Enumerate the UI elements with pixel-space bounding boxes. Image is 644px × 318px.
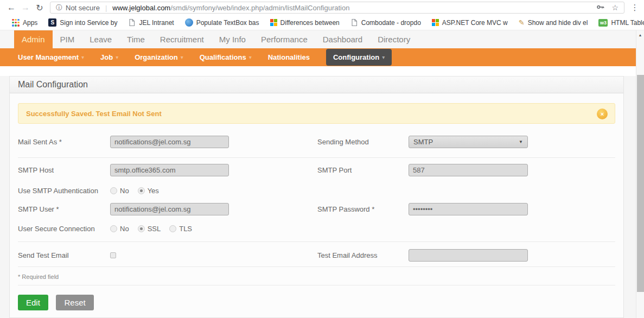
smtp-host-label: SMTP Host	[18, 166, 110, 174]
close-icon[interactable]: ×	[597, 109, 608, 119]
smtp-auth-yes-radio[interactable]	[138, 187, 145, 194]
smtp-auth-no-radio[interactable]	[110, 187, 117, 194]
submenu-job[interactable]: Job ▾	[100, 53, 118, 61]
submenu-configuration[interactable]: Configuration ▾	[326, 49, 392, 66]
submenu-organization[interactable]: Organization ▾	[135, 53, 183, 61]
sending-method-select[interactable]: SMTP ▼	[409, 136, 528, 148]
bookmark-item[interactable]: Populate TextBox bas	[180, 18, 265, 27]
smtp-password-label: SMTP Password *	[317, 205, 409, 213]
bookmark-label: ASP.NET Core MVC w	[442, 19, 508, 27]
sending-method-value: SMTP	[413, 138, 433, 146]
address-bar[interactable]: ⓘ Not secure | www.jelglobal.com/smdi/sy…	[50, 2, 624, 14]
reset-button[interactable]: Reset	[56, 295, 93, 310]
smtp-password-input[interactable]	[409, 203, 528, 215]
bookmark-label: JEL Intranet	[139, 19, 174, 27]
tab-leave[interactable]: Leave	[82, 30, 119, 48]
w3schools-icon: w3	[598, 19, 608, 27]
send-test-email-checkbox[interactable]	[110, 252, 116, 258]
secure-no-radio[interactable]	[110, 225, 117, 232]
browser-toolbar: ← → ↻ ⓘ Not secure | www.jelglobal.com/s…	[0, 0, 644, 15]
bookmark-item[interactable]: JEL Intranet	[123, 18, 179, 27]
submenu-label: Nationalities	[268, 53, 310, 61]
bookmark-label: Sign into Service by	[60, 19, 117, 27]
tab-time[interactable]: Time	[119, 30, 152, 48]
mail-configuration-form: Mail Sent As * Sending Method SMTP ▼	[18, 134, 615, 310]
required-field-note: * Required field	[18, 274, 615, 280]
secure-no-label: No	[120, 225, 129, 233]
apps-grid-icon	[12, 19, 20, 27]
content-area: Mail Configuration Successfully Saved. T…	[0, 76, 636, 318]
reload-icon[interactable]: ↻	[33, 3, 47, 13]
back-icon[interactable]: ←	[4, 3, 18, 12]
pencil-icon: ✎	[519, 18, 525, 27]
page-scrollbar[interactable]: ▲	[636, 30, 644, 318]
divider	[18, 157, 615, 158]
submenu-label: Configuration	[333, 53, 379, 61]
url-host: www.jelglobal.com	[112, 4, 170, 12]
mail-sent-as-input[interactable]	[110, 136, 229, 148]
test-email-address-input[interactable]	[409, 249, 528, 262]
test-email-address-label: Test Email Address	[317, 251, 409, 259]
microsoft-icon	[270, 19, 277, 26]
main-nav: Admin PIM Leave Time Recruitment My Info…	[0, 30, 636, 48]
page-title: Mail Configuration	[10, 77, 623, 93]
sending-method-label: Sending Method	[317, 138, 409, 146]
submenu-label: User Management	[18, 53, 79, 61]
mail-sent-as-label: Mail Sent As *	[18, 138, 110, 146]
browser-menu-icon[interactable]: ⋮	[630, 3, 640, 12]
bookmark-item[interactable]: Combodate - dropdo	[345, 18, 426, 27]
smtp-host-input[interactable]	[110, 164, 229, 176]
mail-configuration-card: Mail Configuration Successfully Saved. T…	[9, 76, 624, 318]
forward-icon[interactable]: →	[18, 3, 33, 12]
apps-label: Apps	[23, 19, 37, 27]
bookmark-item[interactable]: ✎ Show and hide div el	[513, 18, 594, 27]
tab-recruitment[interactable]: Recruitment	[152, 30, 212, 48]
tab-directory[interactable]: Directory	[370, 30, 418, 48]
secure-tls-radio[interactable]	[169, 225, 176, 232]
tab-dashboard[interactable]: Dashboard	[315, 30, 370, 48]
scroll-up-icon[interactable]: ▲	[636, 33, 644, 37]
bookmark-label: Combodate - dropdo	[361, 19, 421, 27]
tab-performance[interactable]: Performance	[253, 30, 315, 48]
secure-ssl-label: SSL	[148, 225, 161, 233]
bookmark-item[interactable]: Differences between	[265, 19, 345, 27]
page-icon	[128, 18, 136, 27]
success-message: Successfully Saved. Test Email Not Sent	[26, 110, 162, 118]
select-arrow-icon: ▼	[519, 139, 523, 144]
bookmark-star-icon[interactable]: ☆	[611, 3, 619, 12]
bookmark-item[interactable]: w3 HTML Tables	[593, 19, 644, 27]
divider	[18, 285, 615, 285]
smtp-auth-no-label: No	[120, 187, 129, 195]
tab-pim[interactable]: PIM	[53, 30, 82, 48]
bookmark-item[interactable]: ASP.NET Core MVC w	[426, 19, 513, 27]
tab-admin[interactable]: Admin	[14, 30, 53, 48]
smtp-port-input[interactable]	[409, 164, 528, 176]
secure-ssl-radio[interactable]	[138, 225, 145, 232]
send-test-email-label: Send Test Email	[18, 251, 110, 259]
microsoft-icon	[432, 19, 439, 26]
edit-button[interactable]: Edit	[18, 295, 48, 310]
scrollbar-thumb[interactable]	[637, 75, 644, 292]
tab-my-info[interactable]: My Info	[212, 30, 253, 48]
bookmark-label: Show and hide div el	[528, 19, 588, 27]
smtp-user-label: SMTP User *	[18, 205, 110, 213]
submenu-label: Job	[100, 53, 113, 61]
smtp-user-input[interactable]	[110, 203, 229, 215]
chevron-down-icon: ▾	[181, 54, 183, 60]
bookmarks-bar: Apps S Sign into Service by JEL Intranet…	[0, 15, 644, 30]
submenu-nationalities[interactable]: Nationalities	[268, 53, 310, 61]
service-favicon-icon: S	[48, 18, 56, 27]
url-path: /smdi/symfony/web/index.php/admin/listMa…	[170, 4, 349, 12]
apps-shortcut[interactable]: Apps	[7, 19, 43, 27]
submenu-user-management[interactable]: User Management ▾	[18, 53, 84, 61]
key-icon[interactable]	[596, 3, 605, 13]
bookmark-label: Differences between	[280, 19, 340, 27]
secure-connection-label: User Secure Connection	[18, 225, 110, 233]
submenu-label: Organization	[135, 53, 177, 61]
info-icon[interactable]: ⓘ	[56, 3, 62, 12]
blue-circle-icon	[185, 18, 193, 27]
submenu-qualifications[interactable]: Qualifications ▾	[200, 53, 252, 61]
bookmark-item[interactable]: S Sign into Service by	[43, 18, 123, 27]
bookmark-label: HTML Tables	[611, 19, 644, 27]
admin-submenu: User Management ▾ Job ▾ Organization ▾ Q…	[0, 48, 636, 66]
